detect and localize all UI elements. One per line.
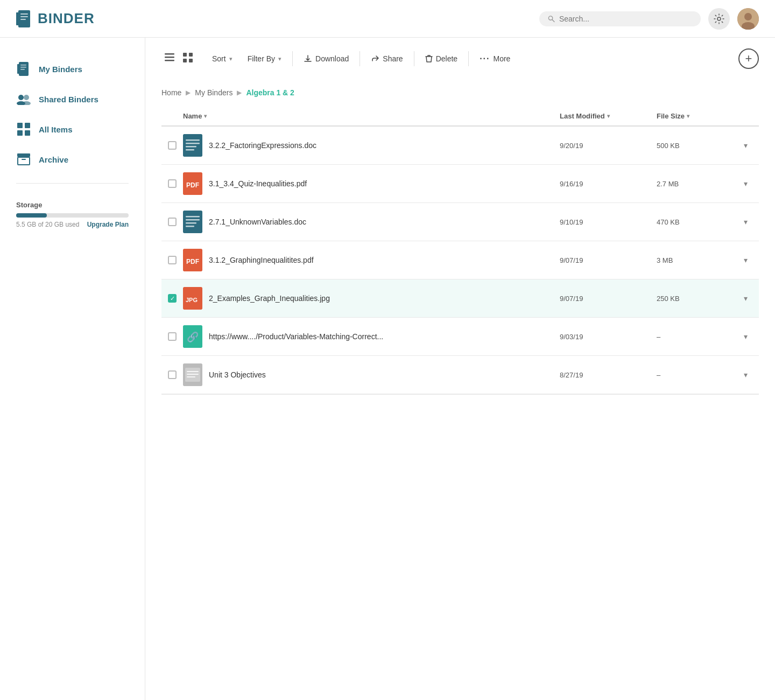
file-date-7: 8/27/19 (560, 371, 657, 379)
file-info-6: 🔗 https://www..../Product/Variables-Matc… (183, 325, 560, 348)
table-row[interactable]: 3.2.2_FactoringExpressions.doc 9/20/19 5… (161, 127, 759, 165)
filter-button[interactable]: Filter By ▾ (240, 50, 289, 67)
file-date-5: 9/07/19 (560, 295, 657, 303)
svg-rect-38 (186, 149, 194, 151)
file-info-5: JPG 2_Examples_Graph_Inequalities.jpg (183, 287, 560, 310)
avatar[interactable] (737, 8, 759, 30)
storage-bar-background (16, 213, 129, 218)
row-checkbox-4[interactable] (168, 256, 177, 264)
svg-rect-29 (165, 60, 174, 61)
grid-view-button[interactable] (180, 50, 196, 68)
table-row[interactable]: JPG 2_Examples_Graph_Inequalities.jpg 9/… (161, 279, 759, 318)
table-header: Name ▾ Last Modified ▾ File Size ▾ (161, 108, 759, 127)
search-bar[interactable] (539, 11, 701, 26)
header-name-col[interactable]: Name ▾ (183, 112, 560, 120)
file-size-2: 2.7 MB (657, 180, 732, 188)
svg-rect-1 (16, 12, 19, 25)
row-checkbox-3[interactable] (168, 218, 177, 226)
file-icon-jpg-5: JPG (183, 287, 202, 310)
header-modified-col[interactable]: Last Modified ▾ (560, 112, 657, 120)
row-expand-6[interactable]: ▾ (732, 332, 759, 341)
header-modified-label: Last Modified (560, 112, 605, 120)
file-info-1: 3.2.2_FactoringExpressions.doc (183, 134, 560, 157)
svg-rect-3 (20, 16, 28, 17)
binder-icon (16, 61, 31, 76)
table-row[interactable]: PDF 3.1.2_GraphingInequalitites.pdf 9/07… (161, 241, 759, 279)
breadcrumb: Home ▶ My Binders ▶ Algebra 1 & 2 (161, 88, 759, 97)
svg-point-5 (548, 16, 552, 19)
row-expand-1[interactable]: ▾ (732, 141, 759, 150)
sidebar-item-shared-binders[interactable]: Shared Binders (0, 84, 145, 114)
download-button[interactable]: Download (296, 50, 356, 67)
row-checkbox-5[interactable] (168, 294, 177, 303)
svg-rect-28 (165, 57, 174, 58)
archive-icon (16, 152, 31, 167)
more-button[interactable]: ··· More (472, 50, 518, 68)
list-view-button[interactable] (161, 50, 178, 68)
file-date-1: 9/20/19 (560, 142, 657, 150)
checkbox-cell-7 (161, 370, 183, 379)
table-row[interactable]: Unit 3 Objectives 8/27/19 – ▾ (161, 356, 759, 394)
svg-rect-20 (17, 123, 23, 128)
doc-file-icon (183, 211, 202, 233)
row-expand-4[interactable]: ▾ (732, 256, 759, 264)
layout: My Binders Shared Binders (0, 38, 775, 700)
sidebar-label-my-binders: My Binders (39, 65, 82, 74)
svg-rect-43 (186, 219, 200, 221)
checkbox-cell-1 (161, 141, 183, 150)
app-title: BINDER (38, 10, 95, 27)
search-input[interactable] (559, 15, 692, 23)
svg-rect-56 (187, 376, 195, 377)
add-item-button[interactable]: + (738, 48, 759, 69)
storage-info: 5.5 GB of 20 GB used Upgrade Plan (16, 221, 129, 228)
table-row[interactable]: 🔗 https://www..../Product/Variables-Matc… (161, 318, 759, 356)
svg-point-17 (24, 95, 29, 100)
row-checkbox-7[interactable] (168, 370, 177, 379)
file-size-7: – (657, 371, 732, 379)
header-name-label: Name (183, 112, 202, 120)
svg-point-7 (717, 17, 721, 20)
row-expand-7[interactable]: ▾ (732, 370, 759, 379)
delete-label: Delete (436, 54, 457, 63)
share-button[interactable]: Share (363, 50, 410, 67)
breadcrumb-arrow-2: ▶ (237, 89, 242, 96)
breadcrumb-my-binders[interactable]: My Binders (195, 88, 232, 97)
row-checkbox-6[interactable] (168, 332, 177, 341)
header-size-col[interactable]: File Size ▾ (657, 112, 732, 120)
file-info-7: Unit 3 Objectives (183, 363, 560, 386)
pdf-file-icon: PDF (183, 172, 202, 195)
row-checkbox-2[interactable] (168, 179, 177, 188)
table-row[interactable]: 2.7.1_UnknownVariables.doc 9/10/19 470 K… (161, 203, 759, 241)
sidebar-item-archive[interactable]: Archive (0, 144, 145, 174)
sidebar-item-my-binders[interactable]: My Binders (0, 54, 145, 84)
header-size-label: File Size (657, 112, 685, 120)
download-label: Download (315, 54, 349, 63)
link-file-icon: 🔗 (183, 325, 202, 348)
file-table: Name ▾ Last Modified ▾ File Size ▾ (161, 108, 759, 395)
storage-bar-fill (16, 213, 47, 218)
checkbox-cell-3 (161, 218, 183, 226)
breadcrumb-home[interactable]: Home (161, 88, 181, 97)
jpg-file-icon: JPG (183, 287, 202, 310)
upgrade-plan-link[interactable]: Upgrade Plan (87, 221, 129, 228)
file-size-6: – (657, 333, 732, 341)
file-date-3: 9/10/19 (560, 218, 657, 226)
file-name-1: 3.2.2_FactoringExpressions.doc (209, 141, 316, 150)
svg-rect-36 (186, 143, 200, 144)
settings-button[interactable] (708, 8, 730, 30)
delete-button[interactable]: Delete (418, 50, 465, 67)
share-label: Share (383, 54, 403, 63)
sidebar-item-all-items[interactable]: All Items (0, 114, 145, 144)
svg-text:PDF: PDF (186, 258, 199, 265)
row-checkbox-1[interactable] (168, 141, 177, 150)
row-expand-2[interactable]: ▾ (732, 179, 759, 188)
logo: BINDER (16, 9, 95, 29)
add-icon: + (745, 53, 752, 65)
list-view-icon (165, 53, 174, 62)
svg-rect-4 (20, 19, 26, 20)
row-expand-3[interactable]: ▾ (732, 218, 759, 226)
table-row[interactable]: PDF 3.1_3.4_Quiz-Inequalities.pdf 9/16/1… (161, 165, 759, 203)
sort-button[interactable]: Sort ▾ (205, 50, 240, 67)
filter-label: Filter By (248, 54, 275, 63)
row-expand-5[interactable]: ▾ (732, 294, 759, 303)
